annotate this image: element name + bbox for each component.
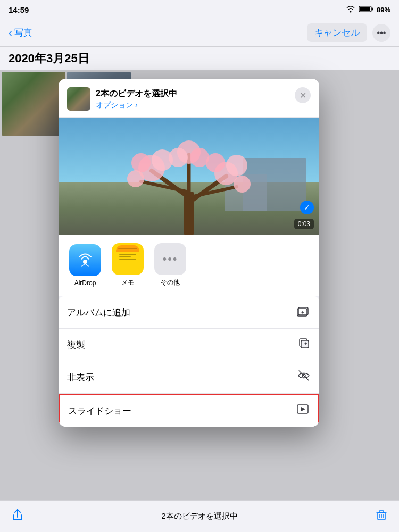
svg-line-32 [299,371,309,380]
sheet-header-text: 2本のビデオを選択中 オプション › [96,88,177,110]
preview-check-icon: ✓ [300,201,314,214]
airdrop-share-button[interactable]: AirDrop [69,244,101,287]
bottom-trash-button[interactable] [375,508,388,525]
hide-label: 非表示 [67,371,94,384]
sheet-options-link[interactable]: オプション › [96,101,177,110]
bottom-share-button[interactable] [11,508,24,525]
nav-back-button[interactable]: ‹ 写真 [9,27,32,39]
svg-point-18 [127,170,144,187]
slideshow-label: スライドショー [68,405,131,417]
slideshow-icon [296,402,310,419]
svg-point-19 [234,176,251,193]
svg-line-22 [85,264,88,266]
page-title-bar: 2020年3月25日 [0,47,399,70]
svg-point-11 [131,153,151,172]
memo-share-button[interactable]: メモ [112,243,144,287]
nav-bar: ‹ 写真 キャンセル ••• [0,19,399,47]
sheet-header-left: 2本のビデオを選択中 オプション › [67,87,177,111]
svg-marker-34 [301,407,305,411]
preview-image: 0:03 ✓ [59,118,319,235]
hide-action[interactable]: 非表示 [59,361,319,394]
svg-line-6 [141,181,189,192]
svg-line-7 [189,187,237,197]
airdrop-icon [69,244,101,276]
svg-rect-2 [371,7,373,10]
share-sheet: 2本のビデオを選択中 オプション › ✕ [59,79,319,427]
more-button[interactable]: ••• [372,24,390,42]
back-label: 写真 [14,27,32,39]
hide-icon [297,369,311,386]
preview-duration-badge: 0:03 [294,219,314,229]
bottom-title: 2本のビデオを選択中 [161,511,237,521]
slideshow-action[interactable]: スライドショー [59,394,319,427]
battery-icon [359,5,373,14]
memo-label: メモ [121,278,134,287]
svg-point-17 [190,148,209,167]
add-album-label: アルバムに追加 [67,306,130,319]
svg-point-20 [83,260,87,264]
svg-point-16 [169,148,188,167]
airdrop-label: AirDrop [74,279,96,287]
photo-thumb-1 [2,72,65,136]
svg-line-21 [82,264,85,266]
wifi-icon [346,5,355,14]
nav-right-buttons: キャンセル ••• [307,23,390,42]
duplicate-label: 複製 [67,339,85,351]
status-icons: 89% [346,5,390,14]
page-title: 2020年3月25日 [9,51,89,66]
action-list: アルバムに追加 複製 [59,296,319,427]
tree-svg [109,139,269,235]
svg-rect-28 [301,340,309,348]
add-album-action[interactable]: アルバムに追加 [59,296,319,329]
sheet-thumbnail [67,87,90,111]
more-dots-icon: ••• [377,28,386,38]
sheet-header: 2本のビデオを選択中 オプション › ✕ [59,79,319,118]
svg-point-13 [226,155,247,176]
share-icons-row: AirDrop メモ ••• [59,235,319,296]
other-icon: ••• [154,243,186,275]
duplicate-icon [297,336,311,353]
bottom-bar: 2本のビデオを選択中 [0,500,399,532]
memo-icon [112,243,144,275]
status-time: 14:59 [9,5,29,14]
cancel-button[interactable]: キャンセル [307,23,367,42]
svg-rect-1 [360,7,370,11]
sheet-title: 2本のビデオを選択中 [96,88,177,99]
battery-percent: 89% [377,6,390,14]
back-chevron-icon: ‹ [9,27,12,39]
close-icon: ✕ [300,90,306,101]
duplicate-action[interactable]: 複製 [59,329,319,361]
other-label: その他 [161,278,180,287]
sheet-close-button[interactable]: ✕ [295,87,311,103]
other-share-button[interactable]: ••• その他 [154,243,186,287]
add-album-icon [297,304,311,321]
status-bar: 14:59 89% [0,0,399,19]
